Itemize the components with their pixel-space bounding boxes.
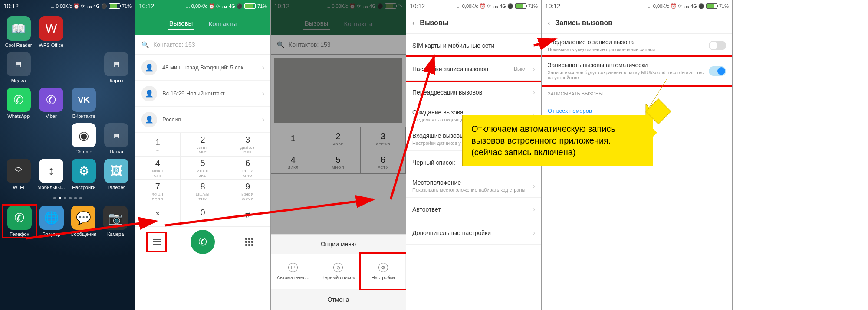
key-5[interactable]: 5МНОПJKL (181, 157, 226, 180)
battery-icon (109, 3, 120, 9)
avatar-icon: 👤 (141, 60, 157, 75)
home-screen: 10:12 ... 0,00K/c ⏰ ⟳ ₊₁₁ 4G ⚫ 71% 📖Cool… (0, 0, 135, 310)
app-folder[interactable]: ▦Папка (102, 123, 132, 154)
app-media-folder[interactable]: ▦Медиа (3, 52, 33, 83)
status-right: ... 0,00K/c ⏰ ⟳ ₊₁₁ 4G ⚫ 71% (50, 3, 132, 9)
dialer-tabs: Вызовы Контакты (135, 12, 270, 35)
row-auto-record[interactable]: Записывать вызовы автоматическиЗаписи вы… (542, 57, 732, 85)
dialer-menu-screen: 10:12 ... 0,00K/c ⏰ ⟳ ₊₁₁ 4G ⚫"> ВызовыК… (271, 0, 406, 310)
app-viber[interactable]: ✆Viber (36, 88, 66, 119)
gear-icon: ⚙ (378, 263, 388, 272)
app-mobile[interactable]: ↕Мобильны... (36, 159, 66, 190)
app-whatsapp[interactable]: ✆WhatsApp (3, 88, 33, 119)
opt-auto[interactable]: IPАвтоматичес... (271, 254, 316, 289)
page-title: Вызовы (420, 19, 448, 27)
tab-contacts[interactable]: Контакты (207, 17, 238, 30)
toggle-notify[interactable] (709, 41, 726, 50)
call-row[interactable]: 👤48 мин. назад Входящий: 5 сек.› (135, 55, 270, 81)
tab-calls[interactable]: Вызовы (168, 17, 195, 30)
annotation-callout: Отключаем автоматическую запись вызовов … (462, 115, 653, 166)
annotation-arrow (534, 35, 560, 48)
call-row[interactable]: 👤Вс 16:29 Новый контакт› (135, 81, 270, 107)
ip-icon: IP (288, 263, 298, 272)
svg-line-1 (165, 199, 373, 225)
chevron-icon: › (262, 90, 264, 98)
call-row[interactable]: 👤Россия› (135, 107, 270, 133)
key-6[interactable]: 6РСТУMNO (225, 157, 270, 180)
block-icon: ⊘ (333, 263, 343, 272)
opt-settings[interactable]: ⚙Настройки (361, 254, 406, 289)
app-cool-reader[interactable]: 📖Cool Reader (3, 16, 33, 48)
page-dots (0, 197, 135, 199)
back-icon[interactable]: ‹ (548, 19, 550, 27)
search-icon: 🔍 (141, 41, 149, 48)
app-chrome[interactable]: ◉Chrome (69, 123, 99, 154)
app-settings[interactable]: ⚙Настройки (69, 159, 99, 190)
app-gallery[interactable]: 🖼Галерея (102, 159, 132, 190)
row-notify[interactable]: Уведомление о записи вызоваПоказывать ув… (542, 34, 732, 57)
key-4[interactable]: 4ИЙКЛGHI (135, 157, 181, 180)
annotation-arrow (165, 191, 382, 230)
status-bar: 10:12 ... 0,00K/c ⏰ ⟳ ₊₁₁ 4G ⚫71% (135, 0, 270, 12)
app-wps[interactable]: WWPS Office (36, 16, 66, 48)
page-title: Запись вызовов (555, 19, 612, 27)
avatar-icon: 👤 (141, 86, 157, 101)
back-icon[interactable]: ‹ (412, 19, 414, 27)
row-additional[interactable]: Дополнительные настройки› (406, 221, 541, 245)
app-wifi[interactable]: ⌔Wi-Fi (3, 159, 33, 190)
annotation-arrow (26, 212, 165, 247)
svg-line-0 (26, 221, 156, 238)
app-grid: 📖Cool Reader WWPS Office ▦Медиа ▦Карты ✆… (0, 12, 135, 194)
status-time: 10:12 (3, 3, 19, 10)
key-2[interactable]: 2АБВГABC (181, 133, 226, 157)
popup-cancel[interactable]: Отмена (271, 289, 406, 310)
svg-line-3 (534, 39, 556, 46)
opt-blacklist[interactable]: ⊘Черный список (316, 254, 361, 289)
app-vk[interactable]: VKВКонтакте (69, 88, 99, 119)
avatar-icon: 👤 (141, 112, 157, 127)
key-1[interactable]: 1∞ (135, 133, 181, 157)
section-label: ЗАПИСЫВАТЬ ВЫЗОВЫ (542, 85, 732, 99)
app-maps-folder[interactable]: ▦Карты (102, 52, 132, 83)
call-list: 👤48 мин. назад Входящий: 5 сек.› 👤Вс 16:… (135, 55, 270, 133)
chevron-icon: › (262, 116, 264, 124)
battery-icon (244, 3, 256, 9)
options-popup: Опции меню IPАвтоматичес... ⊘Черный спис… (271, 234, 406, 310)
toggle-auto-record[interactable] (709, 66, 726, 76)
search-input[interactable]: 🔍 Контактов: 153 (135, 35, 270, 55)
dialer-screen: 10:12 ... 0,00K/c ⏰ ⟳ ₊₁₁ 4G ⚫71% Вызовы… (135, 0, 271, 310)
key-3[interactable]: 3ДЕЁЖЗDEF (225, 133, 270, 157)
status-bar: 10:12 ... 0,00K/c ⏰ ⟳ ₊₁₁ 4G ⚫ 71% (0, 0, 135, 12)
call-button[interactable]: ✆ (191, 230, 215, 254)
dialpad-toggle[interactable] (240, 233, 258, 251)
chevron-icon: › (262, 64, 264, 72)
settings-header: ‹Вызовы (406, 12, 541, 34)
svg-line-2 (391, 56, 434, 199)
popup-title: Опции меню (271, 235, 406, 254)
